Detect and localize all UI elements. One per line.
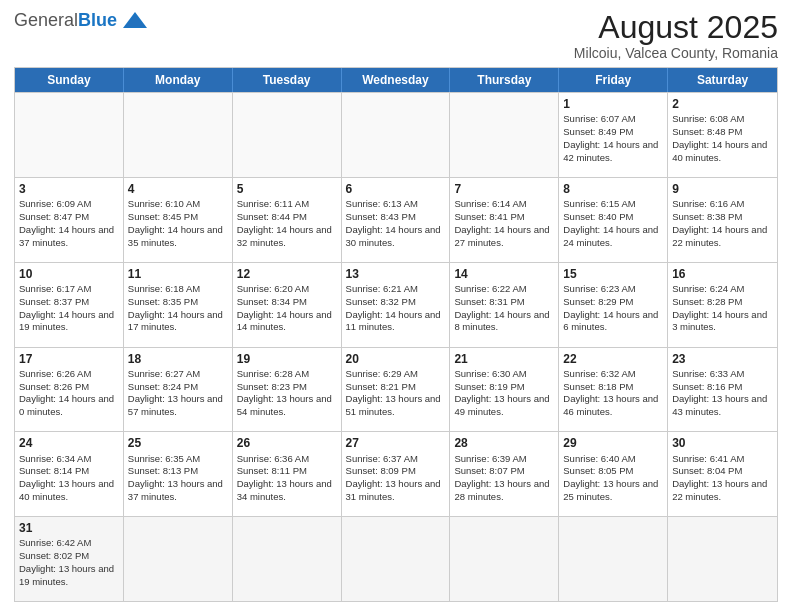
weekday-header-friday: Friday <box>559 68 668 92</box>
day-info: Sunrise: 6:42 AM Sunset: 8:02 PM Dayligh… <box>19 537 114 586</box>
title-block: August 2025 Milcoiu, Valcea County, Roma… <box>574 10 778 61</box>
calendar-cell: 15Sunrise: 6:23 AM Sunset: 8:29 PM Dayli… <box>559 263 668 347</box>
day-number: 11 <box>128 266 228 282</box>
day-info: Sunrise: 6:33 AM Sunset: 8:16 PM Dayligh… <box>672 368 767 417</box>
page-header: GeneralBlue August 2025 Milcoiu, Valcea … <box>14 10 778 61</box>
day-info: Sunrise: 6:18 AM Sunset: 8:35 PM Dayligh… <box>128 283 223 332</box>
calendar-cell: 25Sunrise: 6:35 AM Sunset: 8:13 PM Dayli… <box>124 432 233 516</box>
weekday-header-monday: Monday <box>124 68 233 92</box>
weekday-header-thursday: Thursday <box>450 68 559 92</box>
day-number: 1 <box>563 96 663 112</box>
day-number: 3 <box>19 181 119 197</box>
calendar-cell: 26Sunrise: 6:36 AM Sunset: 8:11 PM Dayli… <box>233 432 342 516</box>
weekday-header-saturday: Saturday <box>668 68 777 92</box>
day-number: 24 <box>19 435 119 451</box>
day-number: 12 <box>237 266 337 282</box>
calendar-cell: 18Sunrise: 6:27 AM Sunset: 8:24 PM Dayli… <box>124 348 233 432</box>
calendar-row-4: 17Sunrise: 6:26 AM Sunset: 8:26 PM Dayli… <box>15 347 777 432</box>
calendar-cell: 27Sunrise: 6:37 AM Sunset: 8:09 PM Dayli… <box>342 432 451 516</box>
day-info: Sunrise: 6:39 AM Sunset: 8:07 PM Dayligh… <box>454 453 549 502</box>
calendar-cell <box>342 93 451 177</box>
day-info: Sunrise: 6:15 AM Sunset: 8:40 PM Dayligh… <box>563 198 658 247</box>
calendar-cell: 4Sunrise: 6:10 AM Sunset: 8:45 PM Daylig… <box>124 178 233 262</box>
day-info: Sunrise: 6:41 AM Sunset: 8:04 PM Dayligh… <box>672 453 767 502</box>
day-info: Sunrise: 6:34 AM Sunset: 8:14 PM Dayligh… <box>19 453 114 502</box>
calendar-row-2: 3Sunrise: 6:09 AM Sunset: 8:47 PM Daylig… <box>15 177 777 262</box>
logo: GeneralBlue <box>14 10 149 30</box>
calendar-cell: 24Sunrise: 6:34 AM Sunset: 8:14 PM Dayli… <box>15 432 124 516</box>
calendar-cell: 20Sunrise: 6:29 AM Sunset: 8:21 PM Dayli… <box>342 348 451 432</box>
calendar-cell: 7Sunrise: 6:14 AM Sunset: 8:41 PM Daylig… <box>450 178 559 262</box>
day-number: 14 <box>454 266 554 282</box>
day-number: 19 <box>237 351 337 367</box>
calendar-cell: 14Sunrise: 6:22 AM Sunset: 8:31 PM Dayli… <box>450 263 559 347</box>
day-number: 13 <box>346 266 446 282</box>
day-number: 16 <box>672 266 773 282</box>
day-number: 23 <box>672 351 773 367</box>
calendar-cell <box>233 517 342 601</box>
day-number: 8 <box>563 181 663 197</box>
logo-icon <box>121 10 149 30</box>
calendar-cell <box>450 517 559 601</box>
calendar-cell: 31Sunrise: 6:42 AM Sunset: 8:02 PM Dayli… <box>15 517 124 601</box>
calendar-cell <box>124 517 233 601</box>
day-number: 31 <box>19 520 119 536</box>
day-info: Sunrise: 6:07 AM Sunset: 8:49 PM Dayligh… <box>563 113 658 162</box>
day-info: Sunrise: 6:14 AM Sunset: 8:41 PM Dayligh… <box>454 198 549 247</box>
day-number: 30 <box>672 435 773 451</box>
calendar-cell: 2Sunrise: 6:08 AM Sunset: 8:48 PM Daylig… <box>668 93 777 177</box>
calendar-cell: 21Sunrise: 6:30 AM Sunset: 8:19 PM Dayli… <box>450 348 559 432</box>
calendar-cell: 9Sunrise: 6:16 AM Sunset: 8:38 PM Daylig… <box>668 178 777 262</box>
day-info: Sunrise: 6:27 AM Sunset: 8:24 PM Dayligh… <box>128 368 223 417</box>
day-number: 5 <box>237 181 337 197</box>
day-number: 18 <box>128 351 228 367</box>
calendar-row-1: 1Sunrise: 6:07 AM Sunset: 8:49 PM Daylig… <box>15 92 777 177</box>
day-info: Sunrise: 6:30 AM Sunset: 8:19 PM Dayligh… <box>454 368 549 417</box>
day-info: Sunrise: 6:13 AM Sunset: 8:43 PM Dayligh… <box>346 198 441 247</box>
day-number: 15 <box>563 266 663 282</box>
day-number: 22 <box>563 351 663 367</box>
day-info: Sunrise: 6:29 AM Sunset: 8:21 PM Dayligh… <box>346 368 441 417</box>
calendar-cell: 11Sunrise: 6:18 AM Sunset: 8:35 PM Dayli… <box>124 263 233 347</box>
calendar-cell <box>124 93 233 177</box>
day-number: 25 <box>128 435 228 451</box>
calendar-row-5: 24Sunrise: 6:34 AM Sunset: 8:14 PM Dayli… <box>15 431 777 516</box>
weekday-header-wednesday: Wednesday <box>342 68 451 92</box>
day-info: Sunrise: 6:32 AM Sunset: 8:18 PM Dayligh… <box>563 368 658 417</box>
day-number: 28 <box>454 435 554 451</box>
logo-text: GeneralBlue <box>14 11 117 29</box>
calendar-cell: 5Sunrise: 6:11 AM Sunset: 8:44 PM Daylig… <box>233 178 342 262</box>
calendar-cell: 28Sunrise: 6:39 AM Sunset: 8:07 PM Dayli… <box>450 432 559 516</box>
calendar-cell <box>450 93 559 177</box>
day-number: 10 <box>19 266 119 282</box>
calendar-cell: 1Sunrise: 6:07 AM Sunset: 8:49 PM Daylig… <box>559 93 668 177</box>
day-number: 26 <box>237 435 337 451</box>
calendar-cell: 22Sunrise: 6:32 AM Sunset: 8:18 PM Dayli… <box>559 348 668 432</box>
day-info: Sunrise: 6:26 AM Sunset: 8:26 PM Dayligh… <box>19 368 114 417</box>
day-number: 29 <box>563 435 663 451</box>
day-info: Sunrise: 6:36 AM Sunset: 8:11 PM Dayligh… <box>237 453 332 502</box>
day-info: Sunrise: 6:40 AM Sunset: 8:05 PM Dayligh… <box>563 453 658 502</box>
calendar-cell <box>233 93 342 177</box>
day-number: 2 <box>672 96 773 112</box>
day-info: Sunrise: 6:37 AM Sunset: 8:09 PM Dayligh… <box>346 453 441 502</box>
calendar: SundayMondayTuesdayWednesdayThursdayFrid… <box>14 67 778 602</box>
calendar-body: 1Sunrise: 6:07 AM Sunset: 8:49 PM Daylig… <box>15 92 777 601</box>
day-number: 20 <box>346 351 446 367</box>
calendar-cell: 6Sunrise: 6:13 AM Sunset: 8:43 PM Daylig… <box>342 178 451 262</box>
calendar-cell: 30Sunrise: 6:41 AM Sunset: 8:04 PM Dayli… <box>668 432 777 516</box>
day-info: Sunrise: 6:22 AM Sunset: 8:31 PM Dayligh… <box>454 283 549 332</box>
day-number: 7 <box>454 181 554 197</box>
day-number: 27 <box>346 435 446 451</box>
day-info: Sunrise: 6:17 AM Sunset: 8:37 PM Dayligh… <box>19 283 114 332</box>
day-number: 4 <box>128 181 228 197</box>
day-number: 9 <box>672 181 773 197</box>
calendar-cell: 13Sunrise: 6:21 AM Sunset: 8:32 PM Dayli… <box>342 263 451 347</box>
day-info: Sunrise: 6:21 AM Sunset: 8:32 PM Dayligh… <box>346 283 441 332</box>
calendar-cell: 23Sunrise: 6:33 AM Sunset: 8:16 PM Dayli… <box>668 348 777 432</box>
calendar-cell: 8Sunrise: 6:15 AM Sunset: 8:40 PM Daylig… <box>559 178 668 262</box>
day-info: Sunrise: 6:09 AM Sunset: 8:47 PM Dayligh… <box>19 198 114 247</box>
calendar-cell <box>668 517 777 601</box>
day-number: 6 <box>346 181 446 197</box>
day-info: Sunrise: 6:20 AM Sunset: 8:34 PM Dayligh… <box>237 283 332 332</box>
